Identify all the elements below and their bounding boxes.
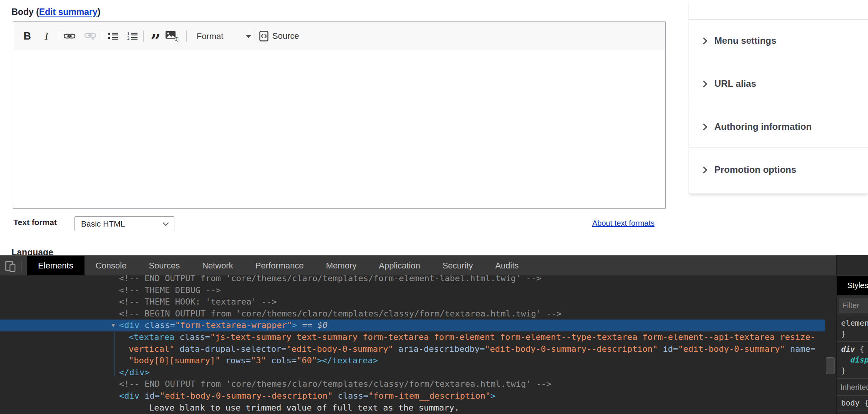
meta-sidebar: Menu settingsURL aliasAuthoring informat… (689, 0, 868, 194)
code-token: "edit-body-0-summary" (678, 344, 785, 354)
text-format-value: Basic HTML (81, 219, 125, 229)
numbered-list-icon: 12 (127, 31, 138, 41)
chevron-right-icon (700, 123, 707, 130)
code-token: "edit-body-0-summary" (287, 344, 393, 354)
dom-tree-line[interactable]: <textarea class="js-text-summary text-su… (0, 331, 825, 343)
code-token: ></textarea> (317, 356, 378, 365)
tab-application[interactable]: Application (368, 256, 431, 275)
tab-memory[interactable]: Memory (315, 256, 368, 275)
devtools-panel: ElementsConsoleSourcesNetworkPerformance… (0, 255, 868, 414)
code-token: <div (119, 320, 139, 330)
dom-tree-line[interactable]: <!-- THEME HOOK: 'textarea' --> (0, 296, 825, 308)
tab-sources[interactable]: Sources (137, 256, 191, 275)
body-label-close: ) (98, 7, 101, 17)
code-token: "edit-body-0-summary--description" (160, 391, 333, 401)
inherited-from-header: Inherited from (837, 379, 868, 396)
svg-text:1: 1 (127, 31, 129, 36)
dom-tree-line[interactable]: Leave blank to use trimmed value of full… (0, 402, 825, 414)
code-token: aria-describedby= (393, 344, 485, 354)
format-dropdown-label: Format (197, 31, 224, 41)
tab-performance[interactable]: Performance (244, 256, 315, 275)
numbered-list-button[interactable]: 12 (126, 28, 139, 44)
dom-tree-line[interactable]: <!-- THEME DEBUG --> (0, 285, 825, 296)
code-token: <div (119, 391, 139, 401)
text-format-label: Text format (13, 218, 57, 227)
code-token: <!-- THEME DEBUG --> (119, 285, 221, 295)
chevron-right-icon (700, 80, 707, 87)
accordion-menu-settings[interactable]: Menu settings (689, 30, 868, 51)
source-button[interactable]: Source (259, 28, 299, 44)
devtools-tabs: ElementsConsoleSourcesNetworkPerformance… (27, 256, 530, 275)
code-token: "form-item__description" (368, 391, 490, 401)
source-button-label: Source (272, 31, 299, 41)
code-token: > (292, 320, 297, 330)
dom-tree-line[interactable]: vertical" data-drupal-selector="edit-bod… (0, 343, 825, 355)
css-rule[interactable]: body { (837, 396, 868, 411)
code-token: class= (174, 332, 210, 342)
styles-rules: element.style {}div { display: block;}In… (837, 316, 868, 411)
chevron-right-icon (700, 166, 707, 173)
body-field-label: Body (Edit summary) (12, 7, 100, 17)
dom-tree-line[interactable]: <!-- BEGIN OUTPUT from 'core/themes/clar… (0, 308, 825, 320)
tab-styles[interactable]: Styles (837, 276, 868, 295)
styles-filter-row (837, 295, 868, 316)
tab-audits[interactable]: Audits (484, 256, 530, 275)
image-button[interactable]: ♫ (164, 28, 181, 44)
accordion-authoring-information[interactable]: Authoring information (689, 116, 868, 137)
link-button[interactable] (63, 28, 76, 44)
bulleted-list-icon (108, 31, 119, 41)
tab-console[interactable]: Console (84, 256, 138, 275)
code-token: Leave blank to use trimmed value of full… (149, 403, 459, 412)
code-token: data-drupal-selector= (174, 344, 286, 354)
tab-security[interactable]: Security (431, 256, 484, 275)
code-token: <textarea (129, 332, 174, 342)
dom-tree-line[interactable]: </div> (0, 367, 825, 379)
code-token: == $0 (297, 320, 328, 330)
bulleted-list-button[interactable] (106, 28, 120, 44)
dom-tree-line[interactable]: <!-- END OUTPUT from 'core/themes/claro/… (0, 378, 825, 390)
accordion-promotion-options[interactable]: Promotion options (689, 159, 868, 181)
blockquote-button[interactable]: ” (149, 28, 162, 44)
chevron-down-icon (163, 220, 169, 226)
code-token: > (490, 391, 495, 401)
code-token: <!-- END OUTPUT from 'core/themes/claro/… (119, 379, 552, 389)
css-rule[interactable]: element.style {} (837, 316, 868, 342)
code-token: "edit-body-0-summary--description" (485, 344, 658, 354)
toggle-device-toolbar-button[interactable] (0, 256, 21, 275)
toolbar-divider (59, 30, 59, 42)
about-text-formats-link[interactable]: About text formats (592, 219, 654, 228)
format-dropdown[interactable]: Format (194, 28, 255, 44)
device-toolbar-icon (5, 260, 17, 272)
accordion-url-alias[interactable]: URL alias (689, 73, 868, 94)
dom-tree-line[interactable]: <div id="edit-body-0-summary--descriptio… (0, 390, 825, 402)
accordion-label: URL alias (714, 78, 756, 89)
code-token: id= (139, 391, 160, 401)
selected-dom-node[interactable]: ▼<div class="form-textarea-wrapper"> == … (0, 320, 825, 331)
accordion-list: Menu settingsURL aliasAuthoring informat… (689, 0, 868, 194)
tab-elements[interactable]: Elements (27, 256, 84, 275)
body-editor: B I 12 ” ♫ Format Source (13, 22, 666, 209)
code-token: class= (139, 320, 175, 330)
caret-down-icon (246, 35, 251, 38)
tab-network[interactable]: Network (191, 256, 244, 275)
code-token: "60" (297, 356, 317, 365)
edit-summary-link[interactable]: Edit summary (39, 7, 98, 17)
body-editor-content[interactable] (13, 51, 665, 208)
elements-scrollbar-thumb[interactable] (826, 357, 835, 374)
expand-arrow-icon[interactable]: ▼ (111, 320, 115, 331)
css-rule[interactable]: div { display: block;} (837, 342, 868, 379)
source-icon (259, 31, 268, 41)
styles-filter-input[interactable] (839, 298, 868, 313)
code-token: rows= (220, 356, 250, 365)
accordion-label: Promotion options (714, 164, 796, 175)
unlink-button[interactable] (83, 28, 97, 44)
code-token: "js-text-summary text-summary form-texta… (210, 332, 815, 342)
dom-tree-line[interactable]: "body[0][summary]" rows="3" cols="60"></… (0, 355, 825, 367)
unlink-icon (84, 32, 96, 40)
code-token: <!-- THEME HOOK: 'textarea' --> (119, 297, 277, 306)
italic-button[interactable]: I (40, 28, 53, 44)
code-token: "form-textarea-wrapper" (175, 320, 292, 330)
bold-button[interactable]: B (20, 28, 34, 44)
code-token: vertical" (129, 344, 174, 354)
text-format-select[interactable]: Basic HTML (75, 216, 174, 231)
